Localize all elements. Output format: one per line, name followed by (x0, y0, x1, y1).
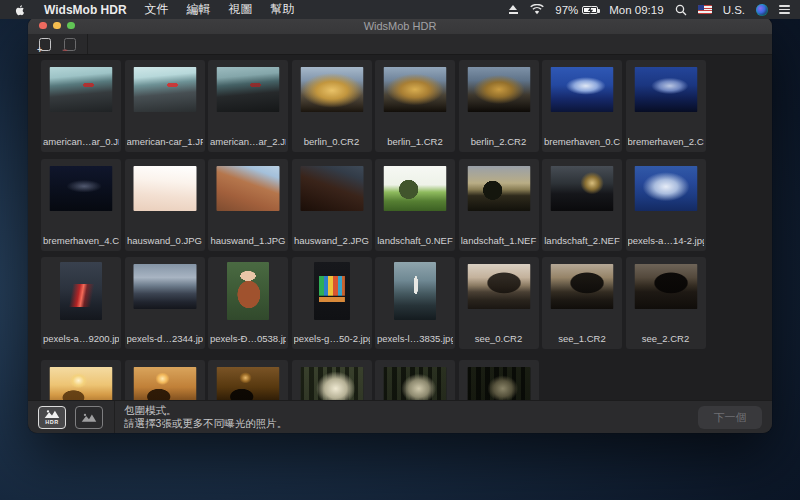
photo-filename: berlin_2.CR2 (461, 136, 537, 147)
photo-cell[interactable]: bremerhaven_4.CR2 (41, 159, 121, 251)
photo-thumbnail[interactable] (551, 67, 614, 112)
photo-thumbnail[interactable] (467, 264, 530, 309)
photo-cell[interactable]: american…ar_2.JPG (208, 60, 288, 152)
menu-help[interactable]: 幫助 (271, 1, 295, 18)
photo-cell[interactable] (292, 360, 372, 400)
mode-message-line1: 包圍模式。 (124, 404, 287, 418)
photo-thumbnail[interactable] (551, 166, 614, 211)
photo-cell[interactable]: hauswand_0.JPG (125, 159, 205, 251)
photo-thumbnail[interactable] (384, 166, 447, 211)
single-photo-mode-button[interactable] (75, 406, 103, 429)
photo-thumbnail[interactable] (300, 67, 363, 112)
photo-thumbnail[interactable] (60, 262, 102, 320)
photo-thumbnail[interactable] (384, 367, 447, 400)
photo-filename: bremerhaven_2.CR2 (628, 136, 704, 147)
photo-grid: american…ar_0.JPGamerican-car_1.JPGameri… (28, 55, 772, 400)
photo-thumbnail[interactable] (133, 264, 196, 309)
menu-clock[interactable]: Mon 09:19 (609, 4, 663, 16)
photo-thumbnail[interactable] (634, 264, 697, 309)
mode-message-line2: 請選擇3張或更多不同曝光的照片。 (124, 417, 287, 431)
photo-cell[interactable]: pexels-a…14-2.jpg (626, 159, 706, 251)
input-source-label[interactable]: U.S. (723, 4, 745, 16)
photo-cell[interactable]: hauswand_2.JPG (292, 159, 372, 251)
photo-cell[interactable]: berlin_2.CR2 (459, 60, 539, 152)
photo-cell[interactable]: landschaft_0.NEF (375, 159, 455, 251)
photo-thumbnail[interactable] (50, 367, 113, 400)
photo-cell[interactable]: american-car_1.JPG (125, 60, 205, 152)
photo-cell[interactable]: pexels-Đ…0538.jpg (208, 257, 288, 349)
photo-thumbnail[interactable] (50, 67, 113, 112)
menu-edit[interactable]: 編輯 (187, 1, 211, 18)
photo-thumbnail[interactable] (384, 67, 447, 112)
photo-thumbnail[interactable] (467, 166, 530, 211)
photo-filename: see_2.CR2 (628, 333, 704, 344)
photo-thumbnail[interactable] (50, 166, 113, 211)
photo-cell[interactable]: hauswand_1.JPG (208, 159, 288, 251)
menu-view[interactable]: 視圖 (229, 1, 253, 18)
photo-cell[interactable]: berlin_1.CR2 (375, 60, 455, 152)
photo-thumbnail[interactable] (133, 367, 196, 400)
photo-thumbnail[interactable] (634, 67, 697, 112)
hdr-bracket-mode-button[interactable]: HDR (38, 406, 66, 429)
add-photos-icon[interactable]: + (39, 38, 51, 51)
footer-bar: HDR 包圍模式。 請選擇3張或更多不同曝光的照片。 下一個 (28, 400, 772, 433)
search-icon[interactable] (675, 4, 687, 16)
siri-icon[interactable] (756, 4, 768, 16)
photo-filename: berlin_0.CR2 (294, 136, 370, 147)
photo-thumbnail[interactable] (217, 367, 280, 400)
photo-cell[interactable]: landschaft_1.NEF (459, 159, 539, 251)
photo-thumbnail[interactable] (133, 67, 196, 112)
battery-indicator[interactable]: 97% (555, 4, 598, 16)
photo-filename: hauswand_0.JPG (127, 235, 203, 246)
remove-photos-icon[interactable]: − (64, 38, 76, 51)
photo-thumbnail[interactable] (394, 262, 436, 320)
photo-filename: pexels-d…2344.jpg (127, 333, 203, 344)
us-flag-icon[interactable] (698, 5, 712, 14)
photo-cell[interactable] (125, 360, 205, 400)
photo-cell[interactable] (41, 360, 121, 400)
menu-file[interactable]: 文件 (145, 1, 169, 18)
photo-filename: hauswand_2.JPG (294, 235, 370, 246)
photo-cell[interactable]: pexels-a…9200.jpg (41, 257, 121, 349)
title-bar[interactable]: WidsMob HDR (28, 17, 772, 34)
photo-cell[interactable] (459, 360, 539, 400)
photo-filename: landschaft_2.NEF (544, 235, 620, 246)
photo-filename: pexels-a…9200.jpg (43, 333, 119, 344)
photo-cell[interactable]: see_0.CR2 (459, 257, 539, 349)
photo-cell[interactable]: landschaft_2.NEF (542, 159, 622, 251)
photo-thumbnail[interactable] (314, 262, 350, 320)
photo-filename: american…ar_2.JPG (210, 136, 286, 147)
photo-thumbnail[interactable] (634, 166, 697, 211)
next-button[interactable]: 下一個 (698, 406, 762, 429)
photo-cell[interactable]: pexels-g…50-2.jpg (292, 257, 372, 349)
apple-menu-icon[interactable] (14, 3, 26, 17)
photo-thumbnail[interactable] (300, 166, 363, 211)
photo-cell[interactable]: berlin_0.CR2 (292, 60, 372, 152)
wifi-icon[interactable] (530, 4, 544, 15)
photo-thumbnail[interactable] (217, 67, 280, 112)
photo-cell[interactable]: see_1.CR2 (542, 257, 622, 349)
photo-cell[interactable]: see_2.CR2 (626, 257, 706, 349)
photo-cell[interactable]: bremerhaven_0.CR2 (542, 60, 622, 152)
photo-cell[interactable]: bremerhaven_2.CR2 (626, 60, 706, 152)
eject-icon[interactable] (508, 5, 519, 15)
photo-thumbnail[interactable] (227, 262, 269, 320)
photo-cell[interactable]: pexels-l…3835.jpg (375, 257, 455, 349)
photo-filename: see_1.CR2 (544, 333, 620, 344)
photo-thumbnail[interactable] (467, 367, 530, 400)
photo-thumbnail[interactable] (467, 67, 530, 112)
photo-thumbnail[interactable] (551, 264, 614, 309)
photo-thumbnail[interactable] (133, 166, 196, 211)
photo-thumbnail[interactable] (217, 166, 280, 211)
photo-cell[interactable] (375, 360, 455, 400)
photo-thumbnail[interactable] (300, 367, 363, 400)
photo-filename: bremerhaven_0.CR2 (544, 136, 620, 147)
hdr-mode-label: HDR (45, 420, 58, 425)
photo-cell[interactable] (208, 360, 288, 400)
photo-filename: bremerhaven_4.CR2 (43, 235, 119, 246)
list-icon[interactable] (779, 5, 790, 14)
photo-cell[interactable]: pexels-d…2344.jpg (125, 257, 205, 349)
photo-cell[interactable]: american…ar_0.JPG (41, 60, 121, 152)
app-menu-title[interactable]: WidsMob HDR (44, 3, 127, 17)
battery-percent: 97% (555, 4, 578, 16)
